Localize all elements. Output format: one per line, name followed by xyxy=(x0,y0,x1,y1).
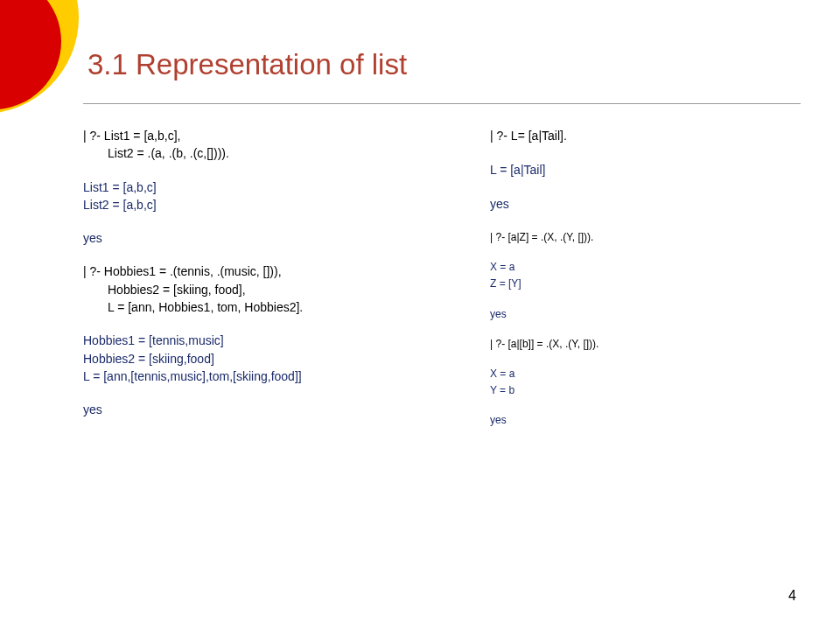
page-number: 4 xyxy=(788,588,796,604)
code-line: | ?- L= [a|Tail]. xyxy=(490,127,796,145)
code-line: List2 = .(a, .(b, .(c,[]))). xyxy=(108,144,464,162)
code-line: yes xyxy=(490,412,796,429)
slide-content: | ?- List1 = [a,b,c], List2 = .(a, .(b, … xyxy=(83,127,801,430)
code-line: X = a xyxy=(490,366,796,382)
code-line: | ?- List1 = [a,b,c], xyxy=(83,127,464,144)
code-line: yes xyxy=(490,306,796,323)
right-column: | ?- L= [a|Tail]. L = [a|Tail] yes | ?- … xyxy=(490,127,796,430)
code-line: | ?- [a|Z] = .(X, .(Y, [])). xyxy=(490,229,796,246)
code-line: | ?- Hobbies1 = .(tennis, .(music, [])), xyxy=(83,262,464,280)
code-line: Z = [Y] xyxy=(490,276,796,292)
divider xyxy=(83,103,801,104)
page-title: 3.1 Representation of list xyxy=(88,48,407,81)
decorative-circle-red xyxy=(0,0,61,109)
code-line: Y = b xyxy=(490,382,796,399)
code-line: Hobbies2 = [skiing,food] xyxy=(83,350,464,368)
code-line: | ?- [a|[b]] = .(X, .(Y, [])). xyxy=(490,336,796,353)
left-column: | ?- List1 = [a,b,c], List2 = .(a, .(b, … xyxy=(83,127,464,430)
code-line: Hobbies2 = [skiing, food], xyxy=(108,281,464,298)
code-line: L = [a|Tail] xyxy=(490,161,796,179)
code-line: yes xyxy=(83,229,464,247)
code-line: Hobbies1 = [tennis,music] xyxy=(83,332,464,349)
code-line: List2 = [a,b,c] xyxy=(83,196,464,214)
code-line: yes xyxy=(490,195,796,214)
code-line: List1 = [a,b,c] xyxy=(83,178,464,196)
code-line: L = [ann, Hobbies1, tom, Hobbies2]. xyxy=(108,298,464,316)
code-line: yes xyxy=(83,401,464,418)
code-line: X = a xyxy=(490,259,796,276)
code-line: L = [ann,[tennis,music],tom,[skiing,food… xyxy=(83,368,464,385)
